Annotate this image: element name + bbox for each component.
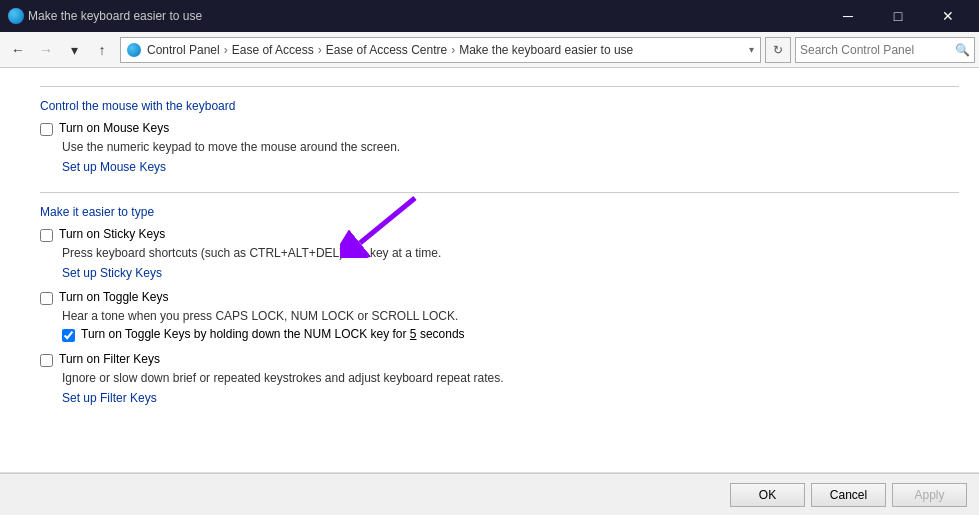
sticky-keys-checkbox[interactable] xyxy=(40,229,53,242)
filter-keys-checkbox[interactable] xyxy=(40,354,53,367)
sticky-keys-row: Turn on Sticky Keys xyxy=(40,227,959,242)
breadcrumb-1: Control Panel xyxy=(147,43,220,57)
setup-filter-keys-link[interactable]: Set up Filter Keys xyxy=(62,391,157,405)
maximize-button[interactable]: □ xyxy=(875,0,921,32)
cancel-button[interactable]: Cancel xyxy=(811,483,886,507)
filter-keys-description: Ignore or slow down brief or repeated ke… xyxy=(62,371,959,385)
section2-title: Make it easier to type xyxy=(40,205,959,219)
toggle-keys-hold-checkbox[interactable] xyxy=(62,329,75,342)
app-icon xyxy=(8,8,24,24)
mouse-keys-label[interactable]: Turn on Mouse Keys xyxy=(59,121,169,135)
minimize-button[interactable]: ─ xyxy=(825,0,871,32)
dropdown-button[interactable]: ▾ xyxy=(60,36,88,64)
forward-button[interactable]: → xyxy=(32,36,60,64)
filter-keys-label[interactable]: Turn on Filter Keys xyxy=(59,352,160,366)
ok-button[interactable]: OK xyxy=(730,483,805,507)
navigation-bar: ← → ▾ ↑ Control Panel › Ease of Access ›… xyxy=(0,32,979,68)
address-icon xyxy=(127,43,141,57)
section1-divider xyxy=(40,86,959,87)
back-button[interactable]: ← xyxy=(4,36,32,64)
section1-title: Control the mouse with the keyboard xyxy=(40,99,959,113)
address-bar[interactable]: Control Panel › Ease of Access › Ease of… xyxy=(120,37,761,63)
setup-mouse-keys-link[interactable]: Set up Mouse Keys xyxy=(62,160,166,174)
breadcrumb-4: Make the keyboard easier to use xyxy=(459,43,633,57)
section2-divider xyxy=(40,192,959,193)
title-bar: Make the keyboard easier to use ─ □ ✕ xyxy=(0,0,979,32)
mouse-keys-description: Use the numeric keypad to move the mouse… xyxy=(62,140,959,154)
breadcrumb-2: Ease of Access xyxy=(232,43,314,57)
sticky-keys-label[interactable]: Turn on Sticky Keys xyxy=(59,227,165,241)
window-controls: ─ □ ✕ xyxy=(825,0,971,32)
refresh-button[interactable]: ↻ xyxy=(765,37,791,63)
mouse-keys-row: Turn on Mouse Keys xyxy=(40,121,959,136)
main-content: Control the mouse with the keyboard Turn… xyxy=(0,68,979,473)
toggle-keys-label[interactable]: Turn on Toggle Keys xyxy=(59,290,168,304)
up-button[interactable]: ↑ xyxy=(88,36,116,64)
toggle-keys-row: Turn on Toggle Keys xyxy=(40,290,959,305)
toggle-keys-hold-label: Turn on Toggle Keys by holding down the … xyxy=(81,327,465,341)
close-button[interactable]: ✕ xyxy=(925,0,971,32)
toggle-keys-checkbox[interactable] xyxy=(40,292,53,305)
search-input[interactable] xyxy=(800,43,955,57)
search-icon: 🔍 xyxy=(955,43,970,57)
footer: OK Cancel Apply xyxy=(0,473,979,515)
apply-button[interactable]: Apply xyxy=(892,483,967,507)
toggle-keys-description: Hear a tone when you press CAPS LOCK, NU… xyxy=(62,309,959,323)
sticky-keys-description: Press keyboard shortcuts (such as CTRL+A… xyxy=(62,246,959,260)
filter-keys-row: Turn on Filter Keys xyxy=(40,352,959,367)
search-box[interactable]: 🔍 xyxy=(795,37,975,63)
breadcrumb-3: Ease of Access Centre xyxy=(326,43,447,57)
window-title: Make the keyboard easier to use xyxy=(28,9,825,23)
setup-sticky-keys-link[interactable]: Set up Sticky Keys xyxy=(62,266,162,280)
toggle-keys-hold-row: Turn on Toggle Keys by holding down the … xyxy=(62,327,959,342)
address-dropdown-icon: ▾ xyxy=(749,44,754,55)
mouse-keys-checkbox[interactable] xyxy=(40,123,53,136)
